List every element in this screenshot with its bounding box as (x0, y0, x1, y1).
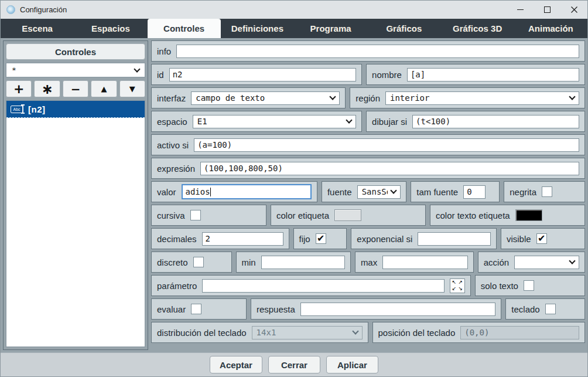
copy-control-button[interactable]: ∗ (34, 80, 60, 97)
list-toolbar: + ∗ − ▲ ▼ (6, 80, 145, 97)
color-texto-etiqueta-swatch[interactable] (515, 209, 542, 221)
move-down-button[interactable]: ▼ (119, 80, 145, 97)
add-control-button[interactable]: + (6, 80, 32, 97)
espacio-value: E1 (197, 117, 343, 126)
tab-escena[interactable]: Escena (1, 19, 74, 38)
accion-select[interactable] (514, 256, 579, 269)
cerrar-button[interactable]: Cerrar (268, 356, 320, 373)
info-input[interactable] (176, 45, 579, 58)
respuesta-input[interactable] (300, 303, 496, 316)
color-etiqueta-swatch[interactable] (334, 209, 361, 221)
form-row-teclado-config: distribución del teclado 14x1 posición d… (151, 322, 585, 343)
fijo-checkbox[interactable]: ✔ (316, 233, 326, 244)
nombre-input[interactable] (407, 68, 579, 81)
field-exponencial-si: exponencial si (351, 228, 497, 249)
fijo-label: fijo (299, 234, 310, 244)
dibujar-si-input[interactable] (412, 115, 579, 128)
exponencial-si-label: exponencial si (357, 234, 412, 244)
field-evaluar: evaluar (151, 298, 247, 320)
remove-control-button[interactable]: − (63, 80, 88, 97)
tab-controles[interactable]: Controles (148, 19, 221, 38)
field-color-texto-etiqueta: color texto etiqueta (430, 205, 585, 226)
id-label: id (157, 70, 164, 80)
max-input[interactable] (382, 256, 468, 269)
tab-graficos-3d[interactable]: Gráficos 3D (441, 19, 514, 38)
list-item-label: [n2] (28, 104, 46, 114)
form-row-cursiva-colores: cursiva color etiqueta color texto etiqu… (151, 205, 585, 226)
field-visible: visible ✔ (501, 228, 585, 249)
decimales-label: decimales (157, 234, 197, 244)
tam-fuente-input[interactable] (463, 185, 486, 199)
fuente-select[interactable]: SansSeri (357, 185, 401, 199)
valor-label: valor (157, 187, 176, 197)
tab-animacion[interactable]: Animación (514, 19, 587, 38)
close-icon (570, 6, 578, 13)
min-input[interactable] (261, 256, 345, 269)
field-tam-fuente: tam fuente (411, 181, 500, 202)
tam-fuente-label: tam fuente (416, 187, 458, 197)
aplicar-button[interactable]: Aplicar (326, 356, 378, 373)
field-min: min (236, 252, 351, 273)
decimales-input[interactable] (202, 232, 283, 246)
discreto-checkbox[interactable] (193, 257, 204, 267)
form-row-activo: activo si (151, 134, 585, 155)
negrita-checkbox[interactable] (542, 186, 552, 197)
form-row-parametro: parámetro ↖ ↗ ↙ ↘ solo texto (151, 275, 585, 296)
controls-list-panel: Controles * + ∗ − ▲ ▼ Abc [n2] (3, 40, 148, 350)
min-label: min (242, 257, 256, 267)
field-negrita: negrita (504, 181, 585, 202)
field-valor: valor adios (151, 181, 317, 202)
field-teclado: teclado (505, 298, 585, 320)
respuesta-label: respuesta (257, 304, 295, 314)
form-row-valor-fuente: valor adios fuente SansSeri tam fuente (151, 181, 585, 202)
posicion-teclado-label: posición del teclado (378, 328, 456, 338)
solo-texto-checkbox[interactable] (524, 280, 534, 291)
form-row-discreto-minmax: discreto min max acción (151, 252, 585, 273)
parametro-input[interactable] (202, 279, 444, 293)
exponencial-si-input[interactable] (418, 232, 491, 246)
expand-editor-button[interactable]: ↖ ↗ ↙ ↘ (450, 278, 465, 293)
maximize-button[interactable] (534, 1, 560, 19)
cursiva-checkbox[interactable] (190, 210, 201, 220)
field-dibujar-si: dibujar si (366, 111, 585, 132)
region-select[interactable]: interior (385, 91, 579, 105)
field-activo-si: activo si (151, 134, 585, 155)
tab-espacios[interactable]: Espacios (74, 19, 147, 38)
distribucion-teclado-label: distribución del teclado (157, 328, 247, 338)
list-item-n2[interactable]: Abc [n2] (6, 101, 145, 118)
expresion-input[interactable] (200, 162, 579, 175)
expand-icon: ↙ (452, 286, 456, 291)
dibujar-si-label: dibujar si (372, 117, 407, 127)
distribucion-teclado-value: 14x1 (257, 328, 350, 337)
chevron-down-icon (346, 117, 352, 123)
chevron-down-icon (569, 93, 575, 100)
move-up-button[interactable]: ▲ (91, 80, 117, 97)
tab-definiciones[interactable]: Definiciones (221, 19, 294, 38)
minimize-button[interactable] (507, 1, 534, 19)
id-input[interactable] (169, 68, 356, 81)
evaluar-label: evaluar (157, 304, 186, 314)
app-icon (6, 5, 15, 14)
interfaz-select[interactable]: campo de texto (191, 91, 340, 105)
field-fuente: fuente SansSeri (322, 181, 406, 202)
espacio-select[interactable]: E1 (193, 115, 356, 128)
evaluar-checkbox[interactable] (191, 304, 201, 314)
interfaz-label: interfaz (157, 93, 186, 103)
chevron-down-icon (352, 328, 358, 334)
ibeam-icon (22, 104, 23, 114)
expand-icon: ↘ (458, 286, 463, 291)
field-expresion: expresión (151, 158, 585, 179)
chevron-down-icon (391, 187, 397, 193)
visible-checkbox[interactable]: ✔ (536, 233, 547, 244)
controls-list[interactable]: Abc [n2] (6, 100, 145, 347)
discreto-label: discreto (157, 257, 188, 267)
valor-input[interactable]: adios (182, 184, 312, 199)
aceptar-button[interactable]: Aceptar (210, 356, 262, 373)
control-filter-select[interactable]: * (6, 63, 145, 77)
activo-si-input[interactable] (194, 138, 579, 152)
tab-programa[interactable]: Programa (294, 19, 367, 38)
tab-graficos[interactable]: Gráficos (367, 19, 440, 38)
teclado-checkbox[interactable] (545, 304, 556, 314)
expand-icon: ↖ (452, 280, 456, 285)
close-button[interactable] (560, 1, 587, 19)
